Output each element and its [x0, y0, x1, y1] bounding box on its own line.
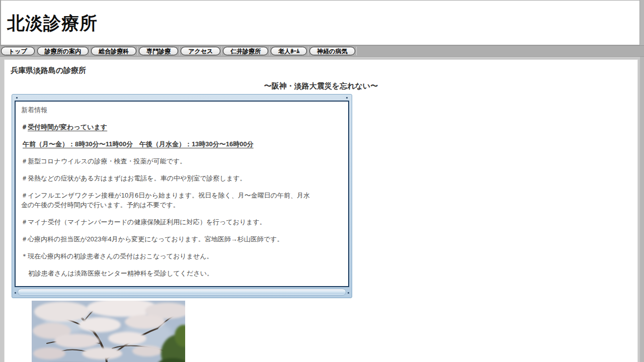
notice-title: 受付時間が変わっています [28, 123, 107, 131]
main-nav: トップ 診療所の案内 総合診療科 専門診療 アクセス 仁井診療所 老人ﾎｰﾑ 神… [0, 45, 644, 57]
site-header: 北淡診療所 [0, 0, 640, 45]
site-title: 北淡診療所 [1, 1, 639, 35]
nav-tab-top[interactable]: トップ [1, 47, 35, 55]
main-content: 兵庫県淡路島の診療所 〜阪神・淡路大震災を忘れない〜 新着情報 ＃受付時間が変わ… [4, 59, 638, 362]
news-notice-heading: ＃受付時間が変わっています [21, 122, 343, 132]
nav-tab-clinic-guide[interactable]: 診療所の案内 [37, 47, 89, 55]
cherry-blossom-illustration [32, 301, 185, 362]
news-item-covid: ＃新型コロナウイルスの診療・検査・投薬が可能です。 [21, 156, 343, 166]
page-heading: 兵庫県淡路島の診療所 [11, 66, 86, 75]
earthquake-tagline: 〜阪神・淡路大震災を忘れない〜 [5, 81, 637, 91]
news-item-doctor-change: ＃心療内科の担当医が2023年4月から変更になっております。宮地医師→杉山医師で… [21, 234, 343, 244]
scrollbar-arrow-icon[interactable] [346, 97, 348, 99]
news-title: 新着情報 [21, 105, 343, 115]
news-item-myna: ＃マイナ受付（マイナンバーカードの健康保険証利用に対応）を行っております。 [21, 217, 343, 227]
news-scroll-panel[interactable]: 新着情報 ＃受付時間が変わっています 午前（月〜金）：8時30分〜11時00分 … [15, 101, 349, 287]
reception-hours: 午前（月〜金）：8時30分〜11時00分 午後（月水金）：13時30分〜16時0… [21, 139, 343, 149]
news-item-flu-vaccine: ＃インフルエンザワクチン接種が10月6日から始まります。祝日を除く、月〜金曜日の… [21, 191, 343, 210]
notice-prefix: ＃ [21, 123, 28, 131]
news-box: 新着情報 ＃受付時間が変わっています 午前（月〜金）：8時30分〜11時00分 … [12, 94, 352, 298]
nav-tab-specialty[interactable]: 専門診療 [139, 47, 178, 55]
nav-tab-nursing-home[interactable]: 老人ﾎｰﾑ [271, 47, 307, 55]
tab-separator [269, 47, 270, 55]
nav-tab-nii-clinic[interactable]: 仁井診療所 [223, 47, 268, 55]
nav-tab-general-medicine[interactable]: 総合診療科 [91, 47, 136, 55]
scrollbar-arrow-icon[interactable] [16, 97, 18, 99]
news-item-fever: ＃発熱などの症状がある方はまずはお電話を。車の中や別室で診察します。 [21, 173, 343, 183]
tab-separator [179, 47, 180, 55]
horizontal-scrollbar[interactable] [13, 288, 351, 297]
scrollbar-arrow-icon[interactable] [348, 292, 349, 294]
tab-separator [356, 47, 357, 55]
cherry-blossom-photo [32, 301, 185, 362]
news-item-referral: 初診患者さんは淡路医療センター精神科を受診してください。 [21, 268, 343, 278]
tab-separator [137, 47, 138, 55]
tab-separator [308, 47, 308, 55]
scrollbar-arrow-icon[interactable] [15, 292, 16, 294]
news-item-first-visit-note: ＊現在心療内科の初診患者さんの受付はおこなっておりません。 [21, 251, 343, 261]
tab-separator [36, 47, 36, 55]
tab-separator [90, 47, 90, 55]
nav-tab-neurological-disease[interactable]: 神経の病気 [309, 47, 355, 55]
tab-separator [221, 47, 222, 55]
scrollbar-thumb[interactable] [18, 289, 346, 296]
nav-tab-access[interactable]: アクセス [181, 47, 220, 55]
